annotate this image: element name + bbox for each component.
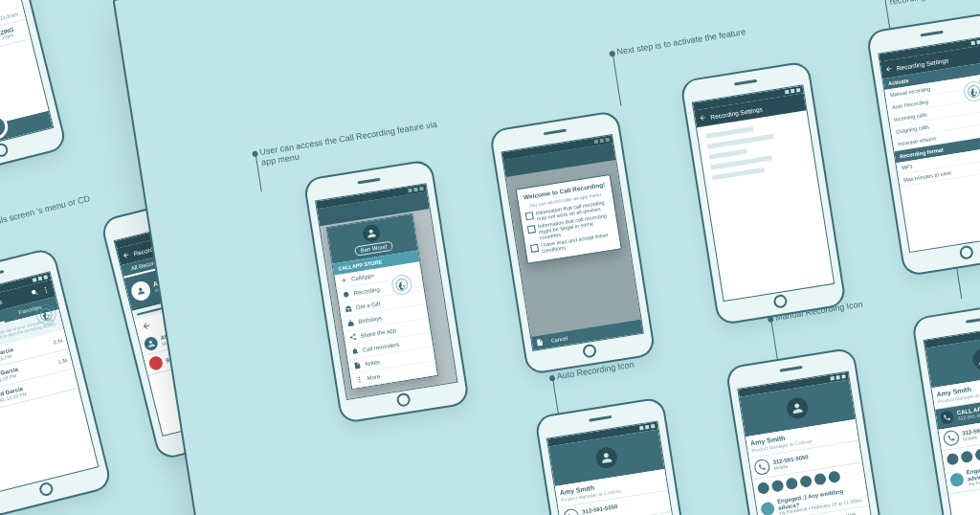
phone-settings: Recording Settings Activate Manual recor… [865,11,980,277]
phone-app-menu: Ben Wood CALLAPP STORE CallApp+ Recordin… [302,159,470,424]
annotation-back-recorded: the Recorded Calls screen 's menu or CD … [0,190,107,253]
checkbox[interactable] [530,243,539,252]
phone-contact-auto: Amy SmithProduct Manager at Contoso 312-… [534,396,702,515]
action-icon[interactable] [141,320,152,331]
annotation-access: User can access the Call Recording featu… [259,118,452,169]
more-icon[interactable] [41,285,51,295]
back-icon[interactable] [699,114,707,123]
back-icon[interactable] [122,251,131,260]
phone-contact-manual: Amy SmithProduct Manager at Contoso 312-… [724,347,892,515]
phone-settings-blank: Recording Settings [679,60,847,325]
storyboard-board-front: User can access the Call Recording featu… [112,0,980,515]
cancel-button[interactable]: Cancel [550,335,568,344]
back-icon[interactable] [884,65,893,74]
checkbox[interactable] [525,212,534,220]
phone-contact-play: Amy SmithProduct Manager at Contoso CALL… [911,298,980,515]
checkbox[interactable] [527,224,536,233]
phone-back-top: 312-591-5050Mobile Engaged :) Any weddin… [0,0,68,180]
user-name: Ben Wood [354,241,393,257]
annotation-activate: Next step is to activate the feature [616,27,746,57]
wireframe-storyboard: { "annotations": { "back1": "the Recorde… [0,0,980,515]
phone-welcome-dialog: Welcome to Call Recording! You can recor… [489,110,657,375]
call-fab[interactable] [0,112,11,143]
avatar [362,224,382,244]
annotation-settings: After activation user is redirected to t… [886,0,980,8]
phone-recorded-list: Recorded Calls All Recordings Favorites … [0,247,113,515]
nav-icon[interactable] [535,338,544,347]
search-icon[interactable] [30,288,39,298]
welcome-dialog: Welcome to Call Recording! You can recor… [516,174,622,264]
